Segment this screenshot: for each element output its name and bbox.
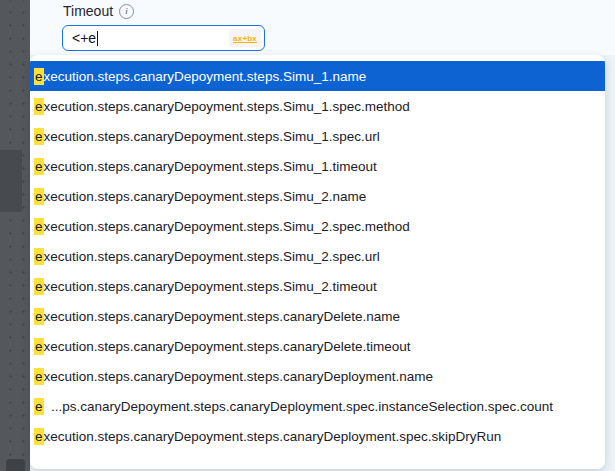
match-highlight: e xyxy=(34,308,44,325)
suggestion-text: xecution.steps.canaryDepoyment.steps.Sim… xyxy=(44,279,377,294)
suggestion-option[interactable]: execution.steps.canaryDepoyment.steps.ca… xyxy=(30,361,605,391)
suggestion-option[interactable]: execution.steps.canaryDepoyment.steps.ca… xyxy=(30,421,605,451)
timeout-input-value: <+e xyxy=(72,30,96,46)
match-highlight: e xyxy=(34,278,44,295)
suggestion-option[interactable]: execution.steps.canaryDepoyment.steps.Si… xyxy=(30,151,605,181)
suggestion-text: xecution.steps.canaryDepoyment.steps.can… xyxy=(44,339,411,354)
suggestion-text: xecution.steps.canaryDepoyment.steps.can… xyxy=(44,369,433,384)
match-highlight: e xyxy=(34,98,44,115)
match-highlight: e xyxy=(34,158,44,175)
match-highlight: e xyxy=(34,68,44,85)
canvas-block xyxy=(0,150,22,212)
suggestion-text: xecution.steps.canaryDepoyment.steps.Sim… xyxy=(44,219,410,234)
screen: Timeout i <+e ax+bx execution.steps.cana… xyxy=(0,0,615,471)
match-highlight: e xyxy=(34,398,44,415)
timeout-input[interactable]: <+e ax+bx xyxy=(62,25,265,51)
suggestion-text: xecution.steps.canaryDepoyment.steps.Sim… xyxy=(44,69,367,84)
suggestion-text: xecution.steps.canaryDepoyment.steps.can… xyxy=(44,309,400,324)
match-highlight: e xyxy=(34,248,44,265)
suggestion-option[interactable]: execution.steps.canaryDepoyment.steps.Si… xyxy=(30,241,605,271)
suggestion-text: ...ps.canaryDepoyment.steps.canaryDeploy… xyxy=(44,399,554,414)
match-highlight: e xyxy=(34,338,44,355)
suggestion-option[interactable]: execution.steps.canaryDepoyment.steps.Si… xyxy=(30,61,605,91)
timeout-field-label: Timeout xyxy=(63,3,113,19)
match-highlight: e xyxy=(34,218,44,235)
suggestion-option[interactable]: execution.steps.canaryDepoyment.steps.Si… xyxy=(30,121,605,151)
pipeline-canvas-strip[interactable] xyxy=(0,0,30,471)
match-highlight: e xyxy=(34,428,44,445)
timeout-field-label-row: Timeout i xyxy=(63,3,134,19)
info-icon[interactable]: i xyxy=(119,4,134,19)
suggestion-option[interactable]: execution.steps.canaryDepoyment.steps.ca… xyxy=(30,301,605,331)
expression-suggestions-dropdown: execution.steps.canaryDepoyment.steps.Si… xyxy=(30,55,605,469)
suggestion-option[interactable]: execution.steps.canaryDepoyment.steps.Si… xyxy=(30,211,605,241)
suggestion-text: xecution.steps.canaryDepoyment.steps.Sim… xyxy=(44,129,380,144)
suggestion-option[interactable]: e ...ps.canaryDepoyment.steps.canaryDepl… xyxy=(30,391,605,421)
suggestion-option[interactable]: execution.steps.canaryDepoyment.steps.Si… xyxy=(30,181,605,211)
suggestion-text: xecution.steps.canaryDepoyment.steps.Sim… xyxy=(44,189,367,204)
match-highlight: e xyxy=(34,368,44,385)
suggestion-text: xecution.steps.canaryDepoyment.steps.Sim… xyxy=(44,99,410,114)
suggestion-option[interactable]: execution.steps.canaryDepoyment.steps.Si… xyxy=(30,271,605,301)
expression-type-badge[interactable]: ax+bx xyxy=(229,29,261,47)
text-cursor xyxy=(97,31,98,46)
suggestion-option[interactable]: execution.steps.canaryDepoyment.steps.Si… xyxy=(30,91,605,121)
canvas-node xyxy=(6,459,25,471)
match-highlight: e xyxy=(34,188,44,205)
suggestion-text: xecution.steps.canaryDepoyment.steps.Sim… xyxy=(44,249,380,264)
suggestion-text: xecution.steps.canaryDepoyment.steps.can… xyxy=(44,429,502,444)
suggestion-text: xecution.steps.canaryDepoyment.steps.Sim… xyxy=(44,159,377,174)
match-highlight: e xyxy=(34,128,44,145)
suggestion-option[interactable]: execution.steps.canaryDepoyment.steps.ca… xyxy=(30,331,605,361)
